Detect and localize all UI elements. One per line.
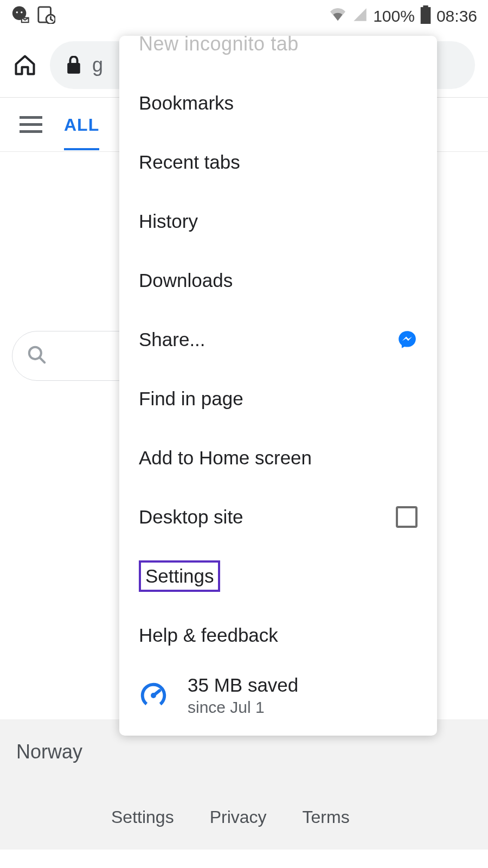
- tab-all[interactable]: ALL: [64, 99, 99, 150]
- sync-icon: [37, 5, 55, 28]
- menu-item-settings[interactable]: Settings: [119, 546, 437, 605]
- footer-terms[interactable]: Terms: [303, 807, 350, 827]
- svg-rect-6: [421, 7, 431, 24]
- menu-label: Recent tabs: [139, 151, 240, 173]
- svg-line-13: [153, 691, 159, 695]
- menu-item-history[interactable]: History: [119, 192, 437, 251]
- messenger-icon: [397, 329, 418, 350]
- svg-point-2: [16, 11, 18, 13]
- menu-item-recent-tabs[interactable]: Recent tabs: [119, 132, 437, 192]
- data-since-text: since Jul 1: [188, 698, 298, 717]
- svg-rect-7: [423, 5, 428, 8]
- menu-label: Find in page: [139, 388, 243, 410]
- menu-item-bookmarks[interactable]: Bookmarks: [119, 73, 437, 132]
- menu-label: Settings: [139, 560, 220, 592]
- menu-item-help[interactable]: Help & feedback: [119, 605, 437, 665]
- menu-label: Help & feedback: [139, 624, 278, 646]
- wifi-icon: [329, 7, 347, 26]
- search-icon: [27, 344, 47, 367]
- home-icon[interactable]: [13, 53, 37, 77]
- menu-item-downloads[interactable]: Downloads: [119, 251, 437, 310]
- hamburger-icon[interactable]: [20, 116, 42, 133]
- footer-privacy[interactable]: Privacy: [210, 807, 267, 827]
- footer-links: Settings Privacy Terms: [0, 784, 488, 850]
- lock-icon: [66, 56, 81, 74]
- menu-label: Add to Home screen: [139, 447, 312, 469]
- chat-icon: [11, 5, 29, 28]
- location-text: Norway: [16, 741, 82, 763]
- menu-item-share[interactable]: Share...: [119, 310, 437, 369]
- svg-line-10: [40, 358, 45, 363]
- clock-time: 08:36: [436, 7, 477, 25]
- menu-label: Bookmarks: [139, 92, 234, 114]
- signal-icon: [352, 7, 368, 26]
- battery-percent: 100%: [373, 7, 415, 25]
- desktop-site-checkbox[interactable]: [396, 506, 418, 528]
- menu-label: Share...: [139, 329, 206, 350]
- status-bar: 100% 08:36: [0, 0, 488, 33]
- svg-rect-8: [67, 63, 80, 74]
- menu-item-data-saver[interactable]: 35 MB saved since Jul 1: [119, 665, 437, 733]
- menu-label: Desktop site: [139, 506, 243, 528]
- menu-item-find-in-page[interactable]: Find in page: [119, 369, 437, 428]
- overflow-menu: New incognito tab Bookmarks Recent tabs …: [119, 36, 437, 736]
- gauge-icon: [139, 681, 168, 710]
- footer-settings[interactable]: Settings: [111, 807, 174, 827]
- url-text: g: [92, 54, 103, 76]
- menu-item-desktop-site[interactable]: Desktop site: [119, 487, 437, 546]
- data-saved-text: 35 MB saved: [188, 674, 298, 696]
- svg-point-3: [21, 11, 22, 13]
- menu-item-add-home[interactable]: Add to Home screen: [119, 428, 437, 487]
- battery-icon: [420, 5, 431, 28]
- menu-item-new-incognito[interactable]: New incognito tab: [119, 36, 437, 73]
- menu-label: New incognito tab: [139, 36, 299, 55]
- menu-label: Downloads: [139, 270, 233, 291]
- menu-label: History: [139, 210, 198, 232]
